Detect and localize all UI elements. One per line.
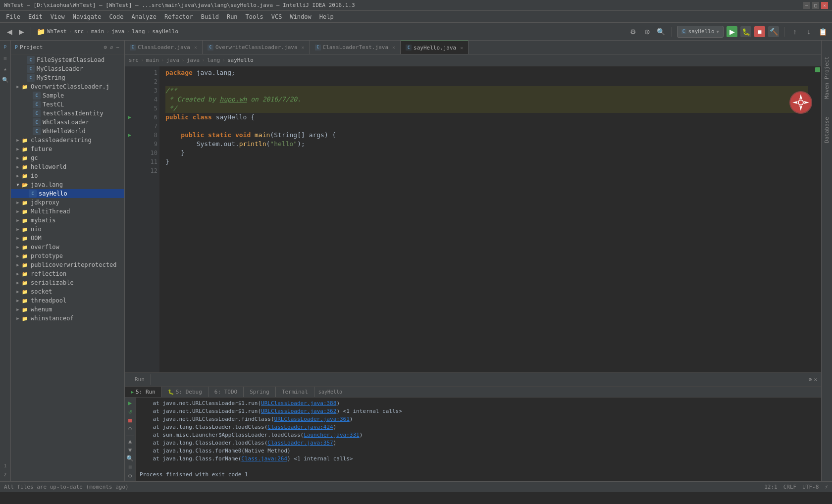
minimize-btn[interactable]: ─ <box>803 2 810 9</box>
tree-item-helloworld[interactable]: ▶ 📁 helloworld <box>11 162 124 171</box>
maven-project-tab[interactable]: Maven Project <box>823 52 831 103</box>
tree-item-filesystemclassload[interactable]: C FileSystemClassLoad <box>11 55 124 64</box>
close-tab-classloader[interactable]: ✕ <box>194 45 197 50</box>
tree-item-oom[interactable]: ▶ 📁 OOM <box>11 234 124 243</box>
project-view-btn[interactable]: 📁 <box>35 26 46 37</box>
run-play-btn[interactable]: ▶ <box>126 400 135 406</box>
stop-btn[interactable]: ■ <box>754 26 765 37</box>
tab-classloader[interactable]: C ClassLoader.java ✕ <box>125 41 203 54</box>
run-tab-sdebug[interactable]: 🐛 S: Debug <box>162 387 208 397</box>
back-btn[interactable]: ◀ <box>4 26 15 37</box>
menu-edit[interactable]: Edit <box>24 12 47 21</box>
tab-overwriteclassloader[interactable]: C OverwriteClassLoader.java ✕ <box>203 41 310 54</box>
sync-icon[interactable]: ↺ <box>109 44 114 51</box>
tree-item-prototype[interactable]: ▶ 📁 prototype <box>11 252 124 260</box>
tree-item-nio[interactable]: ▶ 📁 nio <box>11 225 124 234</box>
bc-sayhello[interactable]: sayHello <box>227 57 254 63</box>
run-down-btn[interactable]: ▼ <box>126 447 135 454</box>
tree-item-sample[interactable]: C Sample <box>11 91 124 100</box>
close-tab-classloadertest[interactable]: ✕ <box>392 45 395 50</box>
menu-help[interactable]: Help <box>315 12 338 21</box>
tab-classloadertest[interactable]: C ClassLoaderTest.java ✕ <box>310 41 401 54</box>
tree-item-javalang[interactable]: ▼ 📂 java.lang <box>11 180 124 189</box>
run-arrow-line6[interactable]: ▶ <box>125 113 135 122</box>
tree-item-classloaderstring[interactable]: ▶ 📁 classloaderstring <box>11 136 124 145</box>
tree-item-mystring[interactable]: C MyString <box>11 73 124 82</box>
vcs-update-btn[interactable]: ↓ <box>803 26 814 37</box>
menu-navigate[interactable]: Navigate <box>69 12 105 21</box>
tree-item-myclassloader[interactable]: C MyClassLoader <box>11 64 124 73</box>
tree-item-io[interactable]: ▶ 📁 io <box>11 171 124 180</box>
sidebar-find-icon[interactable]: 🔍 <box>1 75 10 84</box>
gear-icon[interactable]: ⚙ <box>103 44 108 51</box>
tab-sayhello[interactable]: C sayHello.java ✕ <box>401 41 468 54</box>
sidebar-project-icon[interactable]: P <box>1 43 10 51</box>
link-urlclassloader388[interactable]: URLClassLoader.java:388 <box>261 400 336 406</box>
close-btn[interactable]: ✕ <box>821 2 828 9</box>
link-class264[interactable]: Class.java:264 <box>241 455 287 462</box>
run-tab-spring[interactable]: Spring <box>244 387 276 397</box>
link-classloader357[interactable]: ClassLoader.java:357 <box>267 440 333 446</box>
menu-analyze[interactable]: Analyze <box>127 12 160 21</box>
run-tab-terminal[interactable]: Terminal <box>276 387 314 397</box>
tree-item-serializable[interactable]: ▶ 📁 serializable <box>11 278 124 287</box>
tree-item-sayhello[interactable]: C sayHello <box>11 189 124 198</box>
run-rerun-btn[interactable]: ↺ <box>126 408 135 415</box>
menu-window[interactable]: Window <box>286 12 315 21</box>
bc-lang[interactable]: lang <box>207 57 220 63</box>
menu-refactor[interactable]: Refactor <box>160 12 197 21</box>
menu-tools[interactable]: Tools <box>242 12 267 21</box>
tree-item-whclassloader[interactable]: C WhClassLoader <box>11 118 124 127</box>
settings-btn[interactable]: ⚙ <box>628 26 639 37</box>
status-position[interactable]: 12:1 <box>764 484 778 490</box>
toolbar-icon2[interactable]: ⊕ <box>642 26 653 37</box>
forward-btn[interactable]: ▶ <box>16 26 27 37</box>
tree-item-publicoverwriteprotected[interactable]: ▶ 📁 publicoverwriteprotected <box>11 260 124 269</box>
status-indent[interactable]: ⚡ <box>825 484 828 490</box>
code-area[interactable]: package java.lang; /** * Created by hupo… <box>159 66 814 372</box>
toolbar-icon3[interactable]: 🔍 <box>656 26 667 37</box>
tree-item-whhelloworld[interactable]: C WhHelloWorld <box>11 127 124 136</box>
bc-main[interactable]: main <box>146 57 159 63</box>
bc-java2[interactable]: java <box>187 57 200 63</box>
sidebar-bottom2-icon[interactable]: 2 <box>1 470 10 479</box>
collapse-icon[interactable]: − <box>115 44 120 51</box>
tree-item-future[interactable]: ▶ 📁 future <box>11 145 124 153</box>
tree-item-overwriteclassloader[interactable]: ▶ 📁 OverwriteClassLoader.j <box>11 82 124 91</box>
tree-item-threadpool[interactable]: ▶ 📁 threadpool <box>11 296 124 305</box>
run-arrow-line8[interactable]: ▶ <box>125 131 135 140</box>
link-urlclassloader361[interactable]: URLClassLoader.java:361 <box>274 416 350 422</box>
link-urlclassloader362[interactable]: URLClassLoader.java:362 <box>261 408 336 414</box>
run-btn[interactable]: ▶ <box>727 26 737 37</box>
database-tab[interactable]: Database <box>823 113 831 147</box>
run-stop-btn[interactable]: ■ <box>126 417 135 424</box>
link-classloader424[interactable]: ClassLoader.java:424 <box>267 424 333 430</box>
tree-item-jdkproxy[interactable]: ▶ 📁 jdkproxy <box>11 198 124 207</box>
close-tab-sayhello[interactable]: ✕ <box>460 45 463 50</box>
sidebar-favorites-icon[interactable]: ★ <box>1 64 10 73</box>
sidebar-bottom1-icon[interactable]: 1 <box>1 461 10 470</box>
run-filter-btn[interactable]: ≡ <box>126 463 135 470</box>
tree-item-overflow[interactable]: ▶ 📁 overflow <box>11 243 124 252</box>
run-settings-btn[interactable]: ⚙ <box>126 472 135 479</box>
menu-view[interactable]: View <box>47 12 69 21</box>
run-close-icon[interactable]: ✕ <box>814 376 817 383</box>
link-launcher331[interactable]: Launcher.java:331 <box>304 432 360 438</box>
menu-code[interactable]: Code <box>105 12 128 21</box>
run-tab-todo[interactable]: 6: TODO <box>208 387 244 397</box>
run-config-select[interactable]: C sayHello ▼ <box>677 26 724 38</box>
tree-item-socket[interactable]: ▶ 📁 socket <box>11 287 124 296</box>
bc-src[interactable]: src <box>129 57 139 63</box>
vcs-history-btn[interactable]: 📋 <box>817 26 828 37</box>
tree-item-testclassidentity[interactable]: C testClassIdentity <box>11 109 124 118</box>
tree-item-multithread[interactable]: ▶ 📁 MultiThread <box>11 207 124 216</box>
tree-item-whenum[interactable]: ▶ 📁 whenum <box>11 305 124 314</box>
build-btn[interactable]: 🔨 <box>768 26 779 37</box>
menu-vcs[interactable]: VCS <box>267 12 286 21</box>
run-settings-icon[interactable]: ⚙ <box>809 376 812 383</box>
debug-btn[interactable]: 🐛 <box>740 26 751 37</box>
sidebar-structure-icon[interactable]: ≡ <box>1 53 10 62</box>
status-line-ending[interactable]: CRLF <box>783 484 797 490</box>
run-main-tab[interactable]: Run <box>129 374 151 385</box>
menu-build[interactable]: Build <box>197 12 223 21</box>
